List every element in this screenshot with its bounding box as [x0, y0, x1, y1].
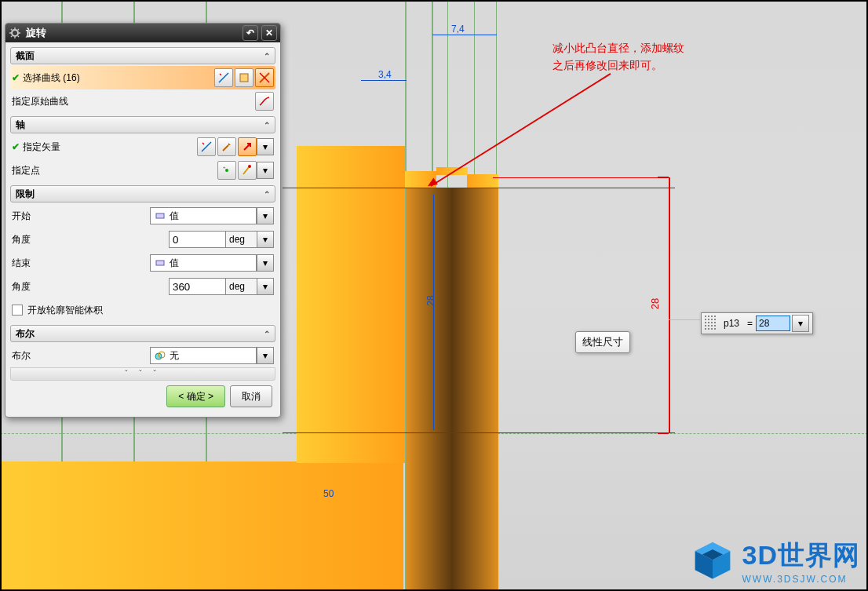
viewport-border [0, 0, 868, 591]
